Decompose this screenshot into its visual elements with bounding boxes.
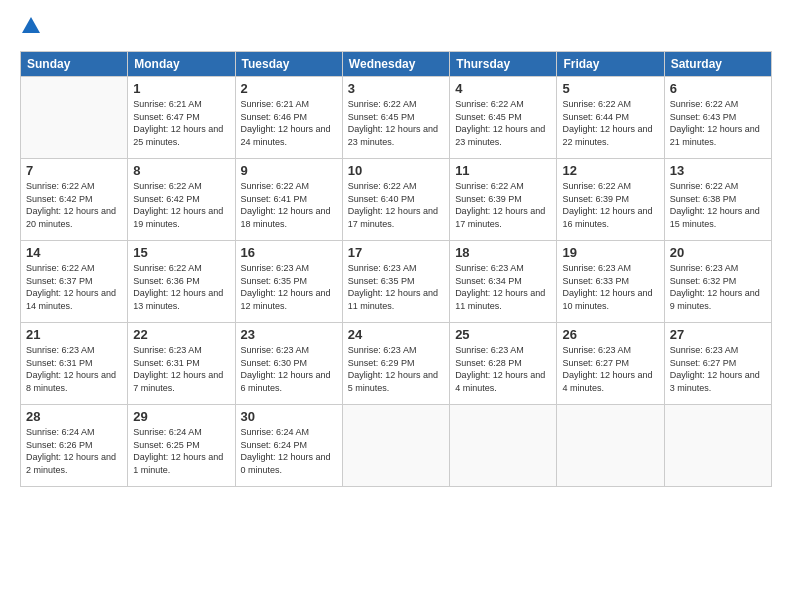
sunrise-label: Sunrise: 6:22 AM	[26, 263, 95, 273]
col-saturday: Saturday	[664, 52, 771, 77]
sunset-label: Sunset: 6:36 PM	[133, 276, 200, 286]
cell-info: Sunrise: 6:23 AM Sunset: 6:27 PM Dayligh…	[670, 344, 766, 394]
sunrise-label: Sunrise: 6:22 AM	[562, 181, 631, 191]
daylight-label: Daylight: 12 hours and 23 minutes.	[455, 124, 545, 147]
sunset-label: Sunset: 6:37 PM	[26, 276, 93, 286]
cell-info: Sunrise: 6:21 AM Sunset: 6:46 PM Dayligh…	[241, 98, 337, 148]
daylight-label: Daylight: 12 hours and 11 minutes.	[455, 288, 545, 311]
calendar-cell	[557, 405, 664, 487]
day-number: 21	[26, 327, 122, 342]
calendar-cell: 21 Sunrise: 6:23 AM Sunset: 6:31 PM Dayl…	[21, 323, 128, 405]
col-thursday: Thursday	[450, 52, 557, 77]
day-number: 28	[26, 409, 122, 424]
calendar-week-row: 7 Sunrise: 6:22 AM Sunset: 6:42 PM Dayli…	[21, 159, 772, 241]
sunrise-label: Sunrise: 6:23 AM	[670, 263, 739, 273]
day-number: 14	[26, 245, 122, 260]
calendar-cell: 24 Sunrise: 6:23 AM Sunset: 6:29 PM Dayl…	[342, 323, 449, 405]
cell-info: Sunrise: 6:22 AM Sunset: 6:39 PM Dayligh…	[455, 180, 551, 230]
sunset-label: Sunset: 6:28 PM	[455, 358, 522, 368]
daylight-label: Daylight: 12 hours and 19 minutes.	[133, 206, 223, 229]
daylight-label: Daylight: 12 hours and 15 minutes.	[670, 206, 760, 229]
calendar-cell: 29 Sunrise: 6:24 AM Sunset: 6:25 PM Dayl…	[128, 405, 235, 487]
cell-info: Sunrise: 6:23 AM Sunset: 6:30 PM Dayligh…	[241, 344, 337, 394]
sunset-label: Sunset: 6:35 PM	[241, 276, 308, 286]
calendar-week-row: 1 Sunrise: 6:21 AM Sunset: 6:47 PM Dayli…	[21, 77, 772, 159]
daylight-label: Daylight: 12 hours and 6 minutes.	[241, 370, 331, 393]
cell-info: Sunrise: 6:23 AM Sunset: 6:32 PM Dayligh…	[670, 262, 766, 312]
daylight-label: Daylight: 12 hours and 1 minute.	[133, 452, 223, 475]
sunrise-label: Sunrise: 6:23 AM	[241, 345, 310, 355]
day-number: 18	[455, 245, 551, 260]
sunset-label: Sunset: 6:27 PM	[670, 358, 737, 368]
cell-info: Sunrise: 6:22 AM Sunset: 6:36 PM Dayligh…	[133, 262, 229, 312]
sunset-label: Sunset: 6:24 PM	[241, 440, 308, 450]
calendar-cell	[21, 77, 128, 159]
calendar-cell: 5 Sunrise: 6:22 AM Sunset: 6:44 PM Dayli…	[557, 77, 664, 159]
calendar-cell: 30 Sunrise: 6:24 AM Sunset: 6:24 PM Dayl…	[235, 405, 342, 487]
day-number: 22	[133, 327, 229, 342]
calendar-cell: 4 Sunrise: 6:22 AM Sunset: 6:45 PM Dayli…	[450, 77, 557, 159]
cell-info: Sunrise: 6:22 AM Sunset: 6:39 PM Dayligh…	[562, 180, 658, 230]
day-number: 1	[133, 81, 229, 96]
sunset-label: Sunset: 6:26 PM	[26, 440, 93, 450]
cell-info: Sunrise: 6:23 AM Sunset: 6:35 PM Dayligh…	[348, 262, 444, 312]
cell-info: Sunrise: 6:22 AM Sunset: 6:43 PM Dayligh…	[670, 98, 766, 148]
daylight-label: Daylight: 12 hours and 0 minutes.	[241, 452, 331, 475]
calendar-cell: 17 Sunrise: 6:23 AM Sunset: 6:35 PM Dayl…	[342, 241, 449, 323]
sunrise-label: Sunrise: 6:22 AM	[348, 181, 417, 191]
calendar-week-row: 21 Sunrise: 6:23 AM Sunset: 6:31 PM Dayl…	[21, 323, 772, 405]
sunrise-label: Sunrise: 6:23 AM	[241, 263, 310, 273]
cell-info: Sunrise: 6:22 AM Sunset: 6:38 PM Dayligh…	[670, 180, 766, 230]
cell-info: Sunrise: 6:22 AM Sunset: 6:44 PM Dayligh…	[562, 98, 658, 148]
col-sunday: Sunday	[21, 52, 128, 77]
calendar-cell	[450, 405, 557, 487]
cell-info: Sunrise: 6:23 AM Sunset: 6:28 PM Dayligh…	[455, 344, 551, 394]
sunrise-label: Sunrise: 6:24 AM	[26, 427, 95, 437]
sunset-label: Sunset: 6:30 PM	[241, 358, 308, 368]
calendar-week-row: 28 Sunrise: 6:24 AM Sunset: 6:26 PM Dayl…	[21, 405, 772, 487]
sunrise-label: Sunrise: 6:22 AM	[455, 181, 524, 191]
day-number: 5	[562, 81, 658, 96]
daylight-label: Daylight: 12 hours and 18 minutes.	[241, 206, 331, 229]
daylight-label: Daylight: 12 hours and 4 minutes.	[562, 370, 652, 393]
daylight-label: Daylight: 12 hours and 24 minutes.	[241, 124, 331, 147]
sunrise-label: Sunrise: 6:23 AM	[348, 263, 417, 273]
sunrise-label: Sunrise: 6:22 AM	[133, 181, 202, 191]
calendar-cell: 19 Sunrise: 6:23 AM Sunset: 6:33 PM Dayl…	[557, 241, 664, 323]
calendar-cell: 14 Sunrise: 6:22 AM Sunset: 6:37 PM Dayl…	[21, 241, 128, 323]
day-number: 10	[348, 163, 444, 178]
col-monday: Monday	[128, 52, 235, 77]
sunrise-label: Sunrise: 6:22 AM	[348, 99, 417, 109]
daylight-label: Daylight: 12 hours and 12 minutes.	[241, 288, 331, 311]
cell-info: Sunrise: 6:23 AM Sunset: 6:31 PM Dayligh…	[26, 344, 122, 394]
calendar-cell: 1 Sunrise: 6:21 AM Sunset: 6:47 PM Dayli…	[128, 77, 235, 159]
sunset-label: Sunset: 6:47 PM	[133, 112, 200, 122]
daylight-label: Daylight: 12 hours and 8 minutes.	[26, 370, 116, 393]
col-friday: Friday	[557, 52, 664, 77]
calendar-cell: 28 Sunrise: 6:24 AM Sunset: 6:26 PM Dayl…	[21, 405, 128, 487]
day-number: 15	[133, 245, 229, 260]
sunset-label: Sunset: 6:25 PM	[133, 440, 200, 450]
calendar-table: Sunday Monday Tuesday Wednesday Thursday…	[20, 51, 772, 487]
logo-icon	[20, 15, 42, 37]
sunset-label: Sunset: 6:42 PM	[26, 194, 93, 204]
daylight-label: Daylight: 12 hours and 4 minutes.	[455, 370, 545, 393]
day-number: 12	[562, 163, 658, 178]
sunrise-label: Sunrise: 6:22 AM	[241, 181, 310, 191]
sunrise-label: Sunrise: 6:22 AM	[670, 99, 739, 109]
sunset-label: Sunset: 6:43 PM	[670, 112, 737, 122]
calendar-cell: 13 Sunrise: 6:22 AM Sunset: 6:38 PM Dayl…	[664, 159, 771, 241]
sunset-label: Sunset: 6:44 PM	[562, 112, 629, 122]
sunrise-label: Sunrise: 6:23 AM	[455, 345, 524, 355]
day-number: 7	[26, 163, 122, 178]
cell-info: Sunrise: 6:24 AM Sunset: 6:26 PM Dayligh…	[26, 426, 122, 476]
sunrise-label: Sunrise: 6:22 AM	[26, 181, 95, 191]
day-number: 3	[348, 81, 444, 96]
cell-info: Sunrise: 6:22 AM Sunset: 6:41 PM Dayligh…	[241, 180, 337, 230]
sunrise-label: Sunrise: 6:21 AM	[133, 99, 202, 109]
col-wednesday: Wednesday	[342, 52, 449, 77]
day-number: 6	[670, 81, 766, 96]
day-number: 24	[348, 327, 444, 342]
daylight-label: Daylight: 12 hours and 9 minutes.	[670, 288, 760, 311]
logo	[20, 15, 46, 41]
